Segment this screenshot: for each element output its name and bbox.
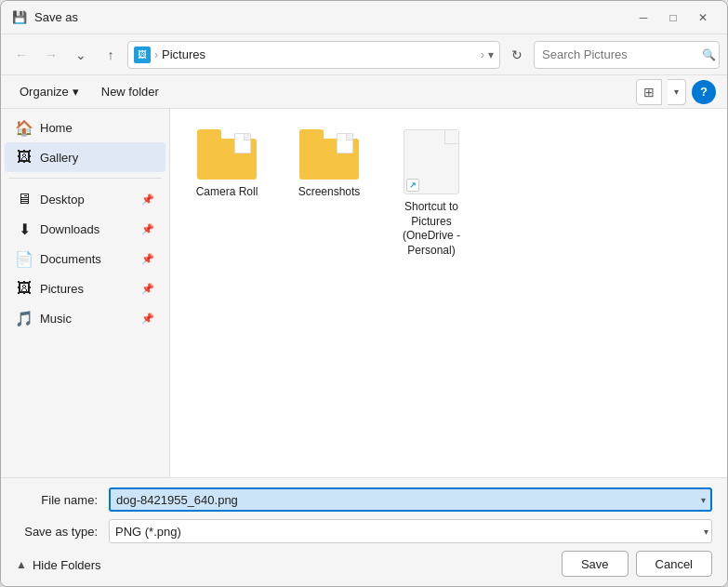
sidebar-item-downloads[interactable]: ⬇ Downloads 📌 [5, 214, 165, 244]
home-icon: 🏠 [16, 119, 33, 136]
gallery-icon: 🖼 [16, 149, 33, 166]
search-input[interactable] [542, 47, 698, 61]
organize-label: Organize [20, 85, 69, 99]
downloads-pin-icon: 📌 [141, 223, 154, 235]
search-icon: 🔍 [702, 48, 716, 61]
back-button[interactable]: ← [8, 42, 34, 68]
up-button[interactable]: ↑ [98, 42, 124, 68]
file-area: Camera Roll Screenshots ↗ Shortcut to Pi… [170, 109, 727, 477]
sidebar-pictures-label: Pictures [40, 282, 134, 296]
bottom-area: File name: ▾ Save as type: PNG (*.png) J… [1, 477, 727, 586]
shortcut-label: Shortcut to Pictures (OneDrive - Persona… [395, 200, 468, 258]
sidebar-item-documents[interactable]: 📄 Documents 📌 [5, 244, 165, 273]
save-as-dialog: 💾 Save as ─ □ ✕ ← → ⌄ ↑ 🖼 › Pictures › ▾… [0, 0, 728, 587]
view-button[interactable]: ⊞ [636, 79, 662, 105]
search-box[interactable]: 🔍 [534, 41, 720, 69]
sidebar-item-gallery[interactable]: 🖼 Gallery [5, 142, 165, 172]
file-name-dropdown-button[interactable]: ▾ [694, 487, 712, 512]
address-separator: › [154, 48, 158, 61]
music-icon: 🎵 [16, 310, 33, 327]
sidebar-downloads-label: Downloads [40, 222, 134, 236]
downloads-icon: ⬇ [16, 220, 33, 237]
sidebar: 🏠 Home 🖼 Gallery 🖥 Desktop 📌 ⬇ Downloads… [1, 109, 170, 477]
toolbar-right: ⊞ ▾ ? [636, 79, 716, 105]
address-bar-icon: 🖼 [134, 47, 151, 63]
save-as-type-wrap: PNG (*.png) JPEG (*.jpg) BMP (*.bmp) GIF… [109, 519, 712, 543]
help-label: ? [700, 85, 708, 99]
file-name-label: File name: [16, 493, 109, 507]
sidebar-home-label: Home [40, 121, 154, 135]
hide-folders-chevron-icon: ▲ [16, 558, 27, 571]
hide-folders-label[interactable]: Hide Folders [33, 558, 101, 572]
save-type-row: Save as type: PNG (*.png) JPEG (*.jpg) B… [16, 519, 712, 543]
sidebar-documents-label: Documents [40, 252, 134, 266]
music-pin-icon: 📌 [141, 313, 154, 325]
refresh-button[interactable]: ↻ [504, 42, 530, 68]
title-bar: 💾 Save as ─ □ ✕ [1, 1, 727, 34]
save-button[interactable]: Save [562, 551, 629, 577]
documents-icon: 📄 [16, 250, 33, 267]
address-dropdown-icon: ▾ [488, 48, 494, 61]
file-item-camera-roll[interactable]: Camera Roll [185, 124, 269, 263]
save-label: Save [581, 557, 609, 571]
sidebar-music-label: Music [40, 312, 134, 326]
address-separator2: › [481, 48, 484, 61]
file-item-screenshots[interactable]: Screenshots [287, 124, 371, 263]
camera-roll-folder-icon [197, 129, 257, 180]
folder-paper [234, 133, 251, 153]
pictures-pin-icon: 📌 [141, 283, 154, 295]
organize-chevron-icon: ▾ [73, 85, 79, 99]
sidebar-divider [8, 178, 162, 179]
sidebar-item-home[interactable]: 🏠 Home [5, 113, 165, 142]
shortcut-badge: ↗ [406, 179, 419, 192]
save-as-type-label: Save as type: [16, 525, 109, 539]
help-button[interactable]: ? [692, 80, 716, 104]
new-folder-label: New folder [101, 85, 159, 99]
hide-folders-row: ▲ Hide Folders [16, 551, 554, 577]
minimize-button[interactable]: ─ [630, 5, 656, 31]
forward-button[interactable]: → [38, 42, 64, 68]
recent-locations-button[interactable]: ⌄ [68, 42, 94, 68]
window-controls: ─ □ ✕ [630, 5, 716, 31]
camera-roll-label: Camera Roll [196, 185, 258, 200]
new-folder-button[interactable]: New folder [94, 80, 166, 104]
title-bar-icon: 💾 [12, 10, 27, 25]
sidebar-desktop-label: Desktop [40, 193, 134, 207]
address-bar[interactable]: 🖼 › Pictures › ▾ [127, 41, 500, 69]
cancel-label: Cancel [655, 557, 693, 571]
save-as-type-select[interactable]: PNG (*.png) JPEG (*.jpg) BMP (*.bmp) GIF… [109, 519, 712, 543]
sidebar-item-desktop[interactable]: 🖥 Desktop 📌 [5, 184, 165, 214]
file-name-row: File name: ▾ [16, 487, 712, 512]
view-dropdown-button[interactable]: ▾ [668, 79, 686, 105]
file-name-input[interactable] [109, 487, 712, 512]
sidebar-item-pictures[interactable]: 🖼 Pictures 📌 [5, 273, 165, 303]
pictures-icon: 🖼 [16, 280, 33, 297]
nav-bar: ← → ⌄ ↑ 🖼 › Pictures › ▾ ↻ 🔍 [1, 34, 727, 75]
close-button[interactable]: ✕ [690, 5, 716, 31]
file-name-input-wrap: ▾ [109, 487, 712, 512]
desktop-icon: 🖥 [16, 191, 33, 207]
cancel-button[interactable]: Cancel [636, 551, 712, 577]
maximize-button[interactable]: □ [660, 5, 686, 31]
documents-pin-icon: 📌 [141, 253, 154, 265]
sidebar-gallery-label: Gallery [40, 151, 154, 165]
bottom-buttons: ▲ Hide Folders Save Cancel [16, 551, 712, 577]
organize-button[interactable]: Organize ▾ [12, 80, 86, 104]
screenshots-label: Screenshots [298, 185, 361, 200]
toolbar: Organize ▾ New folder ⊞ ▾ ? [1, 75, 727, 109]
address-path: Pictures [162, 47, 477, 61]
screenshots-folder-icon [299, 129, 359, 180]
desktop-pin-icon: 📌 [141, 193, 154, 206]
folder-paper2 [337, 133, 353, 153]
sidebar-item-music[interactable]: 🎵 Music 📌 [5, 303, 165, 333]
title-bar-text: Save as [34, 10, 630, 24]
file-item-shortcut[interactable]: ↗ Shortcut to Pictures (OneDrive - Perso… [390, 124, 473, 263]
main-area: 🏠 Home 🖼 Gallery 🖥 Desktop 📌 ⬇ Downloads… [1, 109, 727, 477]
shortcut-file-icon: ↗ [404, 129, 459, 194]
